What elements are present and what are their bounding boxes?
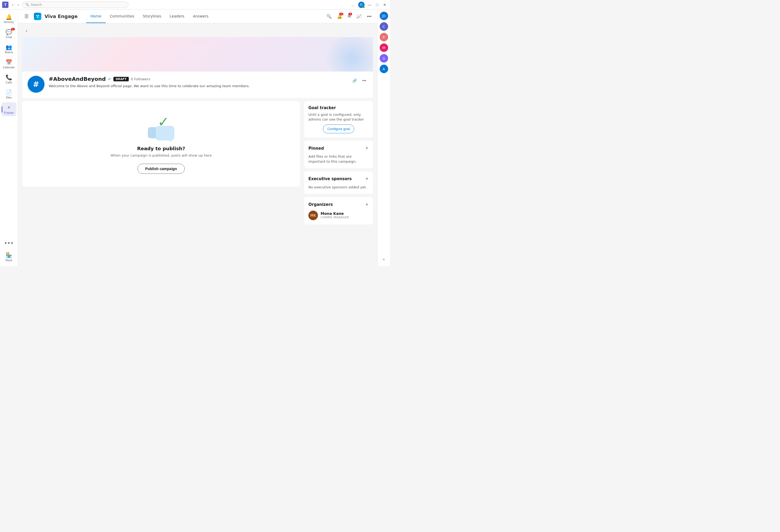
pinned-add-btn[interactable]: + <box>365 145 369 152</box>
tab-communities[interactable]: Communities <box>106 10 139 23</box>
exec-sponsors-title: Executive sponsors <box>308 177 352 181</box>
app-layout: 🔔 Activity 1 💬 Chat 👥 Teams 📅 Calendar 📞… <box>0 9 390 266</box>
mail-badge: 5 <box>348 13 352 15</box>
campaign-actions: 🔗 ••• <box>351 77 368 84</box>
hamburger-btn[interactable]: ☰ <box>22 12 31 20</box>
search-btn[interactable]: 🔍 <box>325 12 333 20</box>
tab-home[interactable]: Home <box>86 10 105 23</box>
chat-badge: 1 <box>11 28 15 31</box>
goal-tracker-desc: Until a goal is configured, only admins … <box>308 112 369 122</box>
campaign-more-btn[interactable]: ••• <box>360 77 368 84</box>
publish-campaign-btn[interactable]: Publish campaign <box>138 164 185 174</box>
sidebar-item-teams[interactable]: 👥 Teams <box>2 42 16 56</box>
panel-collapse-btn[interactable]: « <box>381 255 387 264</box>
campaign-name-row: #AboveAndBeyond ✓ DRAFT 0 Followers <box>49 76 347 82</box>
files-icon: 📄 <box>6 89 12 96</box>
sidebar-item-calls[interactable]: 📞 Calls <box>2 72 16 86</box>
organizer-row: MK Mona Kane COMMS MANAGER <box>308 211 369 220</box>
active-indicator <box>2 106 2 112</box>
avatar-right-user6[interactable]: A <box>380 65 388 73</box>
sidebar-item-engage[interactable]: ⚡ Engage <box>2 102 16 116</box>
calls-label: Calls <box>6 81 12 84</box>
mail-btn[interactable]: ✉ 5 <box>346 12 353 20</box>
organizers-card: Organizers + MK Mona Kane COMMS MANAGER <box>304 197 373 225</box>
app-title: Viva Engage <box>45 13 78 19</box>
chat-label: Chat <box>6 36 12 39</box>
exec-sponsors-add-btn[interactable]: + <box>365 176 369 182</box>
main-content: ‹ # #AboveAndBeyond ✓ DRAFT <box>18 23 377 266</box>
more-dots-btn[interactable]: ... <box>349 3 357 7</box>
campaign-logo: # <box>28 76 45 93</box>
campaign-link-btn[interactable]: 🔗 <box>351 77 358 84</box>
goal-tracker-title: Goal tracker <box>308 105 369 110</box>
top-nav: ☰ Viva Engage Home Communities Storyline… <box>18 9 377 23</box>
configure-goal-btn[interactable]: Configure goal <box>323 125 354 133</box>
sidebar-item-store[interactable]: 🏪 Store <box>2 250 16 264</box>
sidebar-item-chat[interactable]: 1 💬 Chat <box>2 27 16 41</box>
search-icon-small: 🔍 <box>26 3 29 6</box>
organizer-role: COMMS MANAGER <box>321 216 349 219</box>
sidebar-left: 🔔 Activity 1 💬 Chat 👥 Teams 📅 Calendar 📞… <box>0 9 18 266</box>
campaign-header-section: # #AboveAndBeyond ✓ DRAFT 0 Followers We… <box>22 37 373 98</box>
engage-icon: ⚡ <box>7 104 11 111</box>
organizers-add-btn[interactable]: + <box>365 201 369 208</box>
tab-leaders[interactable]: Leaders <box>165 10 189 23</box>
back-btn[interactable]: ‹ <box>22 27 31 35</box>
more-options-btn[interactable]: ••• <box>365 12 373 20</box>
avatar-right-user3[interactable]: P <box>380 33 388 41</box>
svg-point-0 <box>36 15 38 16</box>
calls-icon: 📞 <box>6 74 12 81</box>
activity-icon: 🔔 <box>6 14 12 20</box>
nav-tabs: Home Communities Storylines Leaders Answ… <box>86 10 213 23</box>
global-search-bar[interactable]: 🔍 Search <box>22 2 129 8</box>
avatar-right-user4[interactable]: M <box>380 43 388 52</box>
notifications-btn[interactable]: 🔔 12 <box>335 12 344 20</box>
maximize-btn[interactable]: □ <box>375 0 380 9</box>
goal-tracker-card: Goal tracker Until a goal is configured,… <box>304 101 373 138</box>
avatar-right-user1[interactable]: JD <box>380 12 388 20</box>
campaign-description: Welcome to the Above and Beyond official… <box>49 84 347 89</box>
avatar-right-user5[interactable]: G <box>380 54 388 62</box>
content-area: ☰ Viva Engage Home Communities Storyline… <box>18 9 377 266</box>
main-column: ✓ Ready to publish? When your campaign i… <box>22 101 300 187</box>
checkmark-icon: ✓ <box>158 114 169 130</box>
pinned-card: Pinned + Add files or links that are imp… <box>304 141 373 168</box>
search-placeholder: Search <box>31 3 42 7</box>
publish-description: When your campaign is published, posts w… <box>110 153 211 157</box>
organizers-header: Organizers + <box>308 201 369 208</box>
user-avatar-title[interactable]: JD <box>358 2 364 8</box>
online-indicator <box>363 6 365 8</box>
notifications-badge: 12 <box>339 13 343 15</box>
sidebar-more-btn[interactable]: ••• <box>2 238 16 249</box>
campaign-header-card: # #AboveAndBeyond ✓ DRAFT 0 Followers We… <box>22 71 373 98</box>
forward-arrow-btn[interactable]: › <box>16 2 21 8</box>
organizers-title: Organizers <box>308 202 333 207</box>
followers-count: 0 Followers <box>131 77 150 81</box>
teams-label: Teams <box>5 51 13 54</box>
nav-arrows: ‹ › <box>11 2 20 8</box>
publish-card: ✓ Ready to publish? When your campaign i… <box>22 101 300 187</box>
tab-storylines[interactable]: Storylines <box>139 10 165 23</box>
calendar-icon: 📅 <box>6 59 12 65</box>
close-btn[interactable]: ✕ <box>382 0 388 9</box>
organizer-name: Mona Kane <box>321 211 349 216</box>
titlebar-actions: ... JD — □ ✕ <box>349 0 388 9</box>
executive-sponsors-card: Executive sponsors + No executive sponso… <box>304 172 373 194</box>
sidebar-item-calendar[interactable]: 📅 Calendar <box>2 57 16 71</box>
tab-answers[interactable]: Answers <box>189 10 213 23</box>
campaign-logo-char: # <box>33 80 39 89</box>
avatar-right-user2[interactable]: C <box>380 22 388 31</box>
back-arrow-btn[interactable]: ‹ <box>11 2 15 8</box>
hero-banner <box>22 37 373 71</box>
campaign-header-inner: # #AboveAndBeyond ✓ DRAFT 0 Followers We… <box>28 76 368 93</box>
pinned-description: Add files or links that are important to… <box>308 154 369 164</box>
side-column: Goal tracker Until a goal is configured,… <box>304 101 373 225</box>
app-logo-small: T <box>2 2 8 8</box>
activity-label: Activity <box>4 21 14 23</box>
sidebar-item-activity[interactable]: 🔔 Activity <box>2 12 16 26</box>
minimize-btn[interactable]: — <box>366 0 373 9</box>
sidebar-item-files[interactable]: 📄 Files <box>2 87 16 101</box>
teams-icon: 👥 <box>6 44 12 50</box>
engage-label: Engage <box>4 111 14 114</box>
analytics-btn[interactable]: 📈 <box>355 12 363 20</box>
